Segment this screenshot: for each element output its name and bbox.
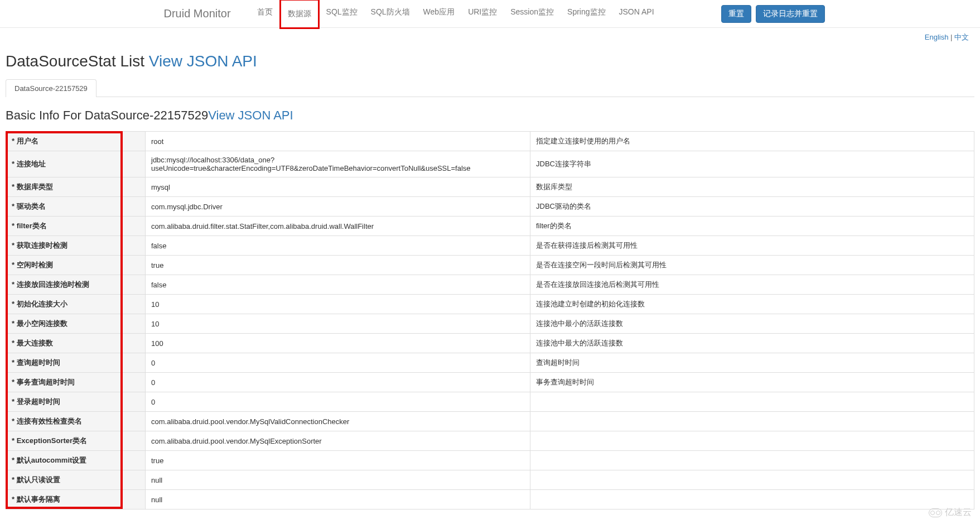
property-desc — [530, 392, 974, 412]
tabs: DataSource-22157529 — [6, 79, 974, 97]
property-desc: JDBC连接字符串 — [530, 151, 974, 177]
nav-home[interactable]: 首页 — [250, 0, 279, 26]
property-label: * 最大连接数 — [6, 334, 146, 353]
property-label: * 获取连接时检测 — [6, 236, 146, 256]
property-desc: 是否在获得连接后检测其可用性 — [530, 236, 974, 256]
nav-links: 首页 数据源 SQL监控 SQL防火墙 Web应用 URI监控 Session监… — [250, 0, 661, 29]
property-label: * 最小空闲连接数 — [6, 314, 146, 334]
property-label: * 登录超时时间 — [6, 392, 146, 412]
property-desc: 是否在连接空闲一段时间后检测其可用性 — [530, 256, 974, 275]
property-value: 0 — [146, 353, 530, 373]
section-title: Basic Info For DataSource-22157529View J… — [6, 108, 974, 123]
table-row: * 默认事务隔离null — [6, 490, 974, 509]
property-desc: 连接池中最小的活跃连接数 — [530, 314, 974, 334]
lang-chinese[interactable]: 中文 — [954, 33, 969, 41]
property-value: mysql — [146, 177, 530, 197]
view-json-api-link[interactable]: View JSON API — [149, 52, 257, 70]
property-value: com.mysql.jdbc.Driver — [146, 197, 530, 217]
table-row: * 连接有效性检查类名com.alibaba.druid.pool.vendor… — [6, 412, 974, 431]
nav-sql-firewall[interactable]: SQL防火墙 — [364, 0, 417, 26]
table-row: * 空闲时检测true是否在连接空闲一段时间后检测其可用性 — [6, 256, 974, 275]
property-value: 100 — [146, 334, 530, 353]
property-label: * 默认事务隔离 — [6, 490, 146, 509]
property-label: * 连接放回连接池时检测 — [6, 275, 146, 295]
property-label: * 事务查询超时时间 — [6, 373, 146, 392]
property-label: * 查询超时时间 — [6, 353, 146, 373]
property-desc — [530, 490, 974, 509]
property-value: null — [146, 470, 530, 490]
property-value: com.alibaba.druid.filter.stat.StatFilter… — [146, 217, 530, 236]
tab-datasource[interactable]: DataSource-22157529 — [6, 79, 96, 97]
property-value: jdbc:mysql://localhost:3306/data_one?use… — [146, 151, 530, 177]
property-value: false — [146, 275, 530, 295]
table-row: * 连接放回连接池时检测false是否在连接放回连接池后检测其可用性 — [6, 275, 974, 295]
property-value: null — [146, 490, 530, 509]
property-value: 0 — [146, 373, 530, 392]
nav-sql-monitor[interactable]: SQL监控 — [320, 0, 364, 26]
property-value: 10 — [146, 314, 530, 334]
table-row: * 驱动类名com.mysql.jdbc.DriverJDBC驱动的类名 — [6, 197, 974, 217]
property-value: false — [146, 236, 530, 256]
property-value: 10 — [146, 295, 530, 314]
brand[interactable]: Druid Monitor — [156, 7, 239, 20]
property-desc — [530, 412, 974, 431]
watermark-icon — [929, 508, 942, 510]
property-value: com.alibaba.druid.pool.vendor.MySqlExcep… — [146, 431, 530, 451]
property-value: true — [146, 451, 530, 470]
navbar: Druid Monitor 首页 数据源 SQL监控 SQL防火墙 Web应用 … — [0, 0, 980, 28]
property-value: com.alibaba.druid.pool.vendor.MySqlValid… — [146, 412, 530, 431]
table-row: * 查询超时时间0查询超时时间 — [6, 353, 974, 373]
property-desc: filter的类名 — [530, 217, 974, 236]
reset-button[interactable]: 重置 — [721, 5, 751, 23]
property-desc: 指定建立连接时使用的用户名 — [530, 132, 974, 151]
property-label: * 连接有效性检查类名 — [6, 412, 146, 431]
property-label: * filter类名 — [6, 217, 146, 236]
property-label: * 默认autocommit设置 — [6, 451, 146, 470]
property-label: * ExceptionSorter类名 — [6, 431, 146, 451]
property-label: * 数据库类型 — [6, 177, 146, 197]
property-desc: 事务查询超时时间 — [530, 373, 974, 392]
table-row: * 初始化连接大小10连接池建立时创建的初始化连接数 — [6, 295, 974, 314]
property-label: * 连接地址 — [6, 151, 146, 177]
property-desc: 是否在连接放回连接池后检测其可用性 — [530, 275, 974, 295]
lang-english[interactable]: English — [925, 33, 949, 41]
property-desc — [530, 431, 974, 451]
table-row: * filter类名com.alibaba.druid.filter.stat.… — [6, 217, 974, 236]
table-row: * 最小空闲连接数10连接池中最小的活跃连接数 — [6, 314, 974, 334]
table-row: * 最大连接数100连接池中最大的活跃连接数 — [6, 334, 974, 353]
nav-spring-monitor[interactable]: Spring监控 — [561, 0, 612, 26]
property-label: * 空闲时检测 — [6, 256, 146, 275]
page-title: DataSourceStat List View JSON API — [6, 52, 974, 70]
table-row: * 获取连接时检测false是否在获得连接后检测其可用性 — [6, 236, 974, 256]
property-label: * 用户名 — [6, 132, 146, 151]
view-json-api-link-2[interactable]: View JSON API — [208, 108, 293, 122]
nav-json-api[interactable]: JSON API — [612, 0, 661, 25]
property-value: true — [146, 256, 530, 275]
property-value: 0 — [146, 392, 530, 412]
property-desc — [530, 451, 974, 470]
nav-uri-monitor[interactable]: URI监控 — [461, 0, 504, 26]
log-reset-button[interactable]: 记录日志并重置 — [756, 5, 825, 23]
property-label: * 驱动类名 — [6, 197, 146, 217]
table-row: * 默认autocommit设置true — [6, 451, 974, 470]
property-value: root — [146, 132, 530, 151]
watermark: 亿速云 — [929, 507, 972, 509]
table-row: * 事务查询超时时间0事务查询超时时间 — [6, 373, 974, 392]
lang-switch: English | 中文 — [0, 28, 980, 47]
table-row: * 登录超时时间0 — [6, 392, 974, 412]
property-desc: 数据库类型 — [530, 177, 974, 197]
nav-datasource[interactable]: 数据源 — [281, 1, 318, 27]
table-row: * 连接地址jdbc:mysql://localhost:3306/data_o… — [6, 151, 974, 177]
info-table: * 用户名root指定建立连接时使用的用户名* 连接地址jdbc:mysql:/… — [6, 131, 974, 509]
table-row: * 用户名root指定建立连接时使用的用户名 — [6, 132, 974, 151]
table-row: * ExceptionSorter类名com.alibaba.druid.poo… — [6, 431, 974, 451]
property-label: * 初始化连接大小 — [6, 295, 146, 314]
property-desc: 连接池中最大的活跃连接数 — [530, 334, 974, 353]
property-desc: JDBC驱动的类名 — [530, 197, 974, 217]
nav-session-monitor[interactable]: Session监控 — [504, 0, 561, 26]
table-row: * 数据库类型mysql数据库类型 — [6, 177, 974, 197]
nav-web-app[interactable]: Web应用 — [417, 0, 462, 26]
property-label: * 默认只读设置 — [6, 470, 146, 490]
table-row: * 默认只读设置null — [6, 470, 974, 490]
property-desc: 查询超时时间 — [530, 353, 974, 373]
